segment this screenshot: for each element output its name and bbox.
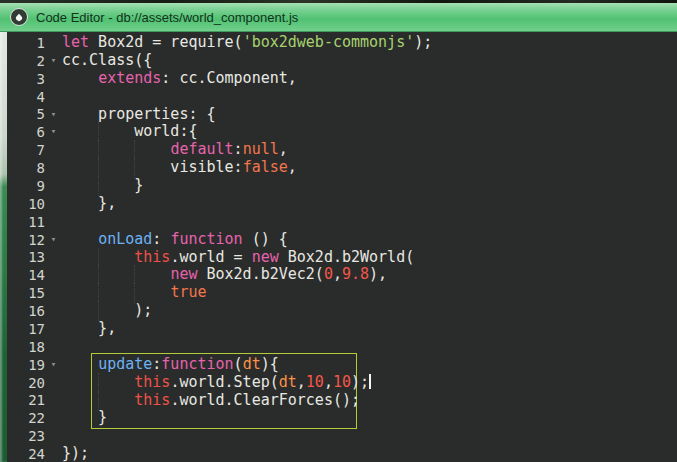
token-plain: , xyxy=(324,373,333,391)
code-text[interactable]: }, xyxy=(62,195,116,213)
token-constant: false xyxy=(243,158,288,176)
code-text[interactable]: }); xyxy=(62,445,89,462)
code-text[interactable]: update:function(dt){ xyxy=(62,356,279,374)
text-caret xyxy=(369,374,371,389)
token-keyword: extends xyxy=(98,69,161,87)
code-text[interactable]: default:null, xyxy=(62,141,288,159)
code-line: 1 let Box2d = require('box2dweb-commonjs… xyxy=(7,34,677,52)
token-plain: }); xyxy=(62,444,89,462)
code-line: 5 ▾ properties: { xyxy=(7,106,677,124)
token-plain xyxy=(62,140,170,158)
token-plain: , xyxy=(288,158,297,176)
code-text[interactable]: extends: cc.Component, xyxy=(62,70,297,88)
code-line: 19 ▾ update:function(dt){ xyxy=(7,356,677,374)
code-text[interactable]: world:{ xyxy=(62,123,197,141)
code-text[interactable]: ); xyxy=(62,302,152,320)
code-line: 8 visible:false, xyxy=(7,159,677,177)
token-plain: Box2d = require( xyxy=(89,33,243,51)
code-line: 22 } xyxy=(7,409,677,427)
fold-arrow-icon[interactable]: ▾ xyxy=(45,52,62,70)
code-text[interactable]: }, xyxy=(62,320,116,338)
token-plain: : xyxy=(152,355,161,373)
token-plain: ); xyxy=(414,33,432,51)
token-plain xyxy=(62,69,98,87)
token-number: 9.8 xyxy=(342,265,369,283)
code-text[interactable]: visible:false, xyxy=(62,159,297,177)
fold-arrow-icon[interactable]: ▾ xyxy=(45,231,62,249)
code-line: 2 ▾ cc.Class({ xyxy=(7,52,677,70)
line-number: 5 xyxy=(7,106,45,122)
fold-arrow-icon[interactable]: ▾ xyxy=(45,106,62,124)
line-number: 24 xyxy=(7,446,45,462)
code-line: 7 default:null, xyxy=(7,141,677,159)
code-text[interactable]: cc.Class({ xyxy=(62,52,152,70)
code-line: 18 xyxy=(7,338,677,356)
token-plain: .world = xyxy=(170,248,251,266)
editor-body: 1 let Box2d = require('box2dweb-commonjs… xyxy=(0,32,677,462)
line-number: 17 xyxy=(7,321,45,337)
fold-arrow-icon[interactable]: ▾ xyxy=(45,123,62,141)
title-bar[interactable]: Code Editor - db://assets/world_componen… xyxy=(0,3,677,32)
token-plain: }, xyxy=(62,194,116,212)
code-line: 20 this.world.Step(dt,10,10); xyxy=(7,374,677,392)
code-line: 14 new Box2d.b2Vec2(0,9.8), xyxy=(7,266,677,284)
token-constant: null xyxy=(243,140,279,158)
token-string: 'box2dweb-commonjs' xyxy=(243,33,415,51)
code-text[interactable]: properties: { xyxy=(62,106,216,124)
line-number: 6 xyxy=(7,124,45,140)
token-constant: true xyxy=(170,283,206,301)
code-text[interactable]: this.world.ClearForces(); xyxy=(62,392,360,410)
token-plain: } xyxy=(62,408,107,426)
line-number: 21 xyxy=(7,392,45,408)
token-keyword: function xyxy=(161,355,233,373)
code-text[interactable]: } xyxy=(62,409,107,427)
token-plain xyxy=(62,355,98,373)
code-text[interactable]: this.world.Step(dt,10,10); xyxy=(62,374,371,392)
line-number: 18 xyxy=(7,339,45,355)
code-line: 13 this.world = new Box2d.b2World( xyxy=(7,249,677,267)
line-number: 12 xyxy=(7,232,45,248)
token-keyword: new xyxy=(170,265,197,283)
code-line: 9 } xyxy=(7,177,677,195)
line-number: 7 xyxy=(7,142,45,158)
token-plain xyxy=(62,283,170,301)
code-line: 21 this.world.ClearForces(); xyxy=(7,392,677,410)
water-drop-icon xyxy=(10,8,28,26)
code-area[interactable]: 1 let Box2d = require('box2dweb-commonjs… xyxy=(7,32,677,462)
token-plain: : cc.Component, xyxy=(161,69,296,87)
token-this: this xyxy=(134,391,170,409)
token-keyword: default xyxy=(170,140,233,158)
token-fname: onLoad xyxy=(98,230,152,248)
token-plain: , xyxy=(333,265,342,283)
token-plain: world:{ xyxy=(62,122,197,140)
token-plain: ), xyxy=(369,265,387,283)
token-this: this xyxy=(134,248,170,266)
token-plain: }, xyxy=(62,319,116,337)
token-plain: , xyxy=(297,373,306,391)
line-number: 4 xyxy=(7,89,45,105)
code-line: 11 xyxy=(7,213,677,231)
token-plain: ){ xyxy=(261,355,279,373)
code-line: 3 extends: cc.Component, xyxy=(7,70,677,88)
token-plain: properties: { xyxy=(62,105,216,123)
code-text[interactable]: } xyxy=(62,177,143,195)
code-text[interactable]: new Box2d.b2Vec2(0,9.8), xyxy=(62,266,387,284)
token-plain: , xyxy=(279,140,288,158)
code-text[interactable]: onLoad: function () { xyxy=(62,231,288,249)
line-number: 8 xyxy=(7,160,45,176)
code-text[interactable]: this.world = new Box2d.b2World( xyxy=(62,249,414,267)
token-plain: .world.Step( xyxy=(170,373,278,391)
token-plain: () { xyxy=(243,230,288,248)
code-line: 4 xyxy=(7,88,677,106)
fold-arrow-icon[interactable]: ▾ xyxy=(45,356,62,374)
token-fname: update xyxy=(98,355,152,373)
line-number: 16 xyxy=(7,303,45,319)
code-text[interactable]: true xyxy=(62,284,207,302)
line-number: 19 xyxy=(7,357,45,373)
line-number: 20 xyxy=(7,375,45,391)
code-line: 16 ); xyxy=(7,302,677,320)
code-editor-window: Code Editor - db://assets/world_componen… xyxy=(0,0,677,462)
token-plain: cc.Class({ xyxy=(62,51,152,69)
token-number: 0 xyxy=(324,265,333,283)
code-text[interactable]: let Box2d = require('box2dweb-commonjs')… xyxy=(62,34,432,52)
